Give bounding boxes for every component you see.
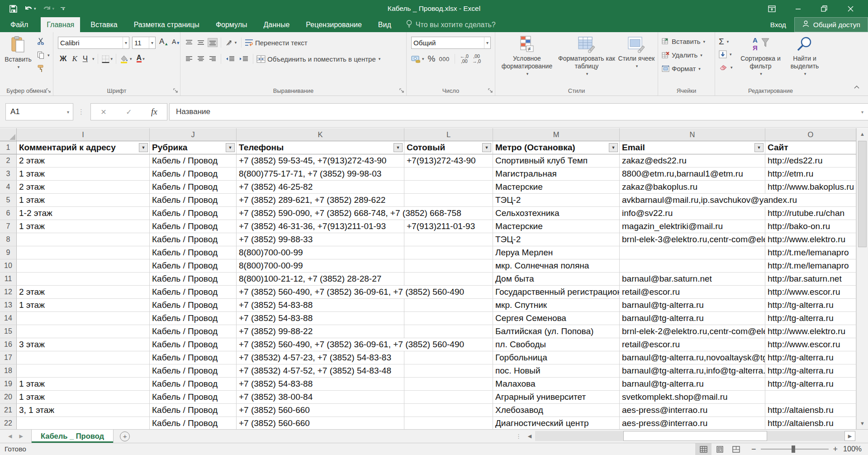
cell-I4[interactable]: 2 этаж [17, 181, 150, 194]
underline-button[interactable]: Ч [81, 54, 90, 64]
scroll-right-icon[interactable]: ▶ [844, 431, 855, 441]
cell-M12[interactable]: Государственный регистрационный [493, 286, 620, 299]
cell-L13[interactable] [404, 299, 493, 312]
cell-N12[interactable]: retail@escor.ru [620, 286, 765, 299]
cancel-icon[interactable]: ✕ [100, 108, 106, 116]
row-number[interactable]: 12 [0, 286, 17, 299]
row-number[interactable]: 11 [0, 273, 17, 286]
cell-I2[interactable]: 2 этаж [17, 154, 150, 168]
cell-L15[interactable] [404, 325, 493, 338]
cell-I5[interactable]: 1 этаж [17, 194, 150, 207]
align-top-button[interactable] [184, 38, 194, 47]
cell-N16[interactable]: retail@escor.ru [620, 338, 765, 351]
vertical-scroll-thumb[interactable] [858, 141, 867, 247]
row-number[interactable]: 9 [0, 246, 17, 259]
cell-K20[interactable]: +7 (3852) 38-00-84 [237, 391, 404, 404]
cell-I1[interactable]: Комментарий к адресу▼ [17, 141, 150, 154]
cell-I16[interactable]: 3 этаж [17, 338, 150, 351]
cell-K16[interactable]: +7 (3852) 560-490, +7 (3852) 36-09-61, +… [237, 338, 404, 351]
vertical-scrollbar[interactable]: ▲ ▼ [856, 128, 868, 429]
cell-L2[interactable]: +7(913)272-43-90 [404, 154, 493, 168]
cell-N6[interactable]: info@sv22.ru [620, 207, 765, 220]
cell-N1[interactable]: Email▼ [620, 141, 765, 154]
cell-I7[interactable]: 1 этаж [17, 220, 150, 233]
horizontal-scroll-thumb[interactable] [623, 431, 767, 441]
cell-J11[interactable]: Кабель / Провод [150, 273, 237, 286]
row-number[interactable]: 17 [0, 351, 17, 364]
restore-button[interactable] [811, 0, 837, 17]
cell-M10[interactable]: мкр. Солнечная поляна [493, 259, 620, 273]
cell-M18[interactable]: пос. Новый [493, 364, 620, 378]
format-as-table-button[interactable]: Форматировать как таблицу ▾ [558, 36, 616, 78]
cell-N9[interactable] [620, 246, 765, 259]
clipboard-dialog-launcher-icon[interactable] [46, 88, 52, 94]
scroll-down-icon[interactable]: ▼ [857, 417, 868, 429]
formula-bar-expand-icon[interactable]: ▾ [861, 110, 868, 115]
cell-K5[interactable]: +7 (3852) 289-621, +7 (3852) 289-622 [237, 194, 404, 207]
enter-icon[interactable]: ✓ [126, 108, 132, 116]
row-number[interactable]: 1 [0, 141, 17, 154]
cell-I19[interactable]: 1 этаж [17, 378, 150, 391]
cell-I6[interactable]: 1-2 этаж [17, 207, 150, 220]
cell-J18[interactable]: Кабель / Провод [150, 364, 237, 378]
redo-button[interactable]: ▾ [43, 5, 55, 13]
cell-K14[interactable]: +7 (3852) 54-83-88 [237, 312, 404, 325]
cell-N20[interactable]: svetkomplekt.shop@mail.ru [620, 391, 765, 404]
cell-K11[interactable]: 8(800)100-21-12, +7 (3852) 28-28-27 [237, 273, 404, 286]
cell-J15[interactable]: Кабель / Провод [150, 325, 237, 338]
row-number[interactable]: 19 [0, 378, 17, 391]
row-number[interactable]: 16 [0, 338, 17, 351]
sort-filter-button[interactable]: АЯ Сортировка и фильтр ▾ [737, 36, 784, 78]
cell-O14[interactable]: http://tg-alterra.ru [765, 312, 856, 325]
zoom-slider-thumb[interactable] [792, 445, 795, 453]
orientation-button[interactable]: ab▾ [224, 38, 238, 47]
format-cells-button[interactable]: Формат▾ [662, 65, 701, 72]
cell-L9[interactable] [404, 246, 493, 259]
filter-dropdown-icon[interactable]: ▼ [226, 143, 235, 152]
save-icon[interactable] [9, 5, 18, 13]
cell-styles-button[interactable]: Стили ячеек ▾ [617, 36, 655, 70]
cell-J1[interactable]: Рубрика▼ [150, 141, 237, 154]
accounting-format-button[interactable]: ▾ [411, 55, 424, 63]
cell-J21[interactable]: Кабель / Провод [150, 404, 237, 417]
sheet-next-icon[interactable]: ▶ [19, 433, 23, 439]
number-format-combo[interactable]: Общий▾ [411, 37, 491, 49]
percent-style-button[interactable]: % [428, 54, 436, 64]
cell-L3[interactable] [404, 168, 493, 181]
cell-I18[interactable] [17, 364, 150, 378]
cell-K9[interactable]: 8(800)700-00-99 [237, 246, 404, 259]
cell-I12[interactable]: 2 этаж [17, 286, 150, 299]
cell-K7[interactable]: +7 (3852) 46-31-36, +7(913)211-01-93 [237, 220, 404, 233]
cell-O9[interactable]: http://t.me/lemanapro [765, 246, 856, 259]
cell-K6[interactable]: +7 (3852) 590-090, +7 (3852) 668-748, +7… [237, 207, 404, 220]
cell-O13[interactable]: http://tg-alterra.ru [765, 299, 856, 312]
cell-M17[interactable]: Горбольница [493, 351, 620, 364]
cut-button[interactable] [37, 38, 45, 45]
undo-dropdown-icon[interactable]: ▾ [34, 6, 36, 11]
cell-J20[interactable]: Кабель / Провод [150, 391, 237, 404]
cell-O7[interactable]: http://bako-on.ru [765, 220, 856, 233]
cell-O2[interactable]: http://eds22.ru [765, 154, 856, 168]
column-header-K[interactable]: K [237, 128, 404, 141]
font-name-combo[interactable]: Calibri▾ [58, 37, 129, 49]
cell-J9[interactable]: Кабель / Провод [150, 246, 237, 259]
fill-color-button[interactable]: ▾ [119, 55, 132, 63]
insert-cells-button[interactable]: Вставить▾ [662, 38, 705, 45]
align-bottom-button[interactable] [208, 38, 218, 47]
formula-input[interactable]: Название ▾ [169, 103, 868, 120]
cell-K17[interactable]: +7 (38532) 4-57-23, +7 (3852) 54-83-83 [237, 351, 404, 364]
cell-K8[interactable]: +7 (3852) 99-88-33 [237, 233, 404, 246]
row-number[interactable]: 3 [0, 168, 17, 181]
sheet-tab-active[interactable]: Кабель _ Провод [31, 430, 114, 443]
tab-home[interactable]: Главная [41, 17, 80, 32]
cell-M7[interactable]: Мастерские [493, 220, 620, 233]
add-sheet-button[interactable]: + [120, 431, 130, 441]
cell-O19[interactable]: http://tg-alterra.ru [765, 378, 856, 391]
cell-O22[interactable]: http://altaiensb.ru [765, 417, 856, 429]
cell-I8[interactable] [17, 233, 150, 246]
cell-O17[interactable]: http://tg-alterra.ru [765, 351, 856, 364]
format-painter-button[interactable] [37, 65, 45, 73]
select-all-button[interactable] [0, 128, 17, 141]
filter-dropdown-icon[interactable]: ▼ [754, 143, 764, 152]
font-dialog-launcher-icon[interactable] [173, 88, 179, 94]
